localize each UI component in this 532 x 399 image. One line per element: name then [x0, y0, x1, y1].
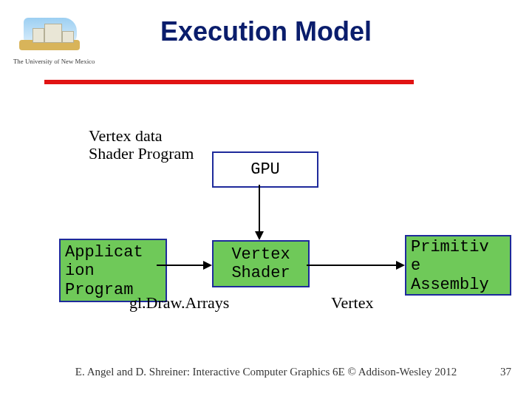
label-vertex-shader-l1: Vertex [231, 245, 290, 264]
label-vertex-data: Vertex data Shader Program [89, 127, 194, 163]
box-gpu: GPU [212, 151, 318, 188]
page-number: 37 [500, 366, 511, 378]
label-vertex-arrow: Vertex [331, 294, 373, 312]
label-application-l1: Applicat [65, 243, 143, 262]
title-underline [44, 80, 414, 84]
arrow-app-to-vertex-shader [157, 265, 204, 266]
label-application-l2: ion [65, 262, 143, 280]
label-gldrawarrays: gl.Draw.Arrays [129, 294, 229, 312]
arrowhead-gpu-to-vertex-shader [255, 231, 264, 240]
label-primitive-assembly-l2: e [411, 256, 489, 275]
label-vertex-data-line1: Vertex data [89, 127, 194, 145]
label-vertex-data-line2: Shader Program [89, 145, 194, 163]
footer-copyright: E. Angel and D. Shreiner: Interactive Co… [0, 366, 532, 378]
label-vertex-shader-l2: Shader [231, 264, 290, 282]
box-primitive-assembly: Primitiv e Assembly [405, 235, 511, 296]
label-primitive-assembly-l3: Assembly [411, 276, 489, 294]
label-primitive-assembly-l1: Primitiv [411, 238, 489, 256]
unm-logo: The University of New Mexico [13, 18, 95, 71]
arrowhead-app-to-vertex-shader [203, 261, 212, 270]
logo-caption: The University of New Mexico [13, 58, 95, 65]
arrow-gpu-to-vertex-shader [259, 185, 260, 233]
arrowhead-vertex-shader-to-primitive [396, 261, 405, 270]
arrow-vertex-shader-to-primitive [307, 265, 397, 266]
label-gpu: GPU [250, 160, 280, 179]
box-vertex-shader: Vertex Shader [212, 240, 310, 287]
